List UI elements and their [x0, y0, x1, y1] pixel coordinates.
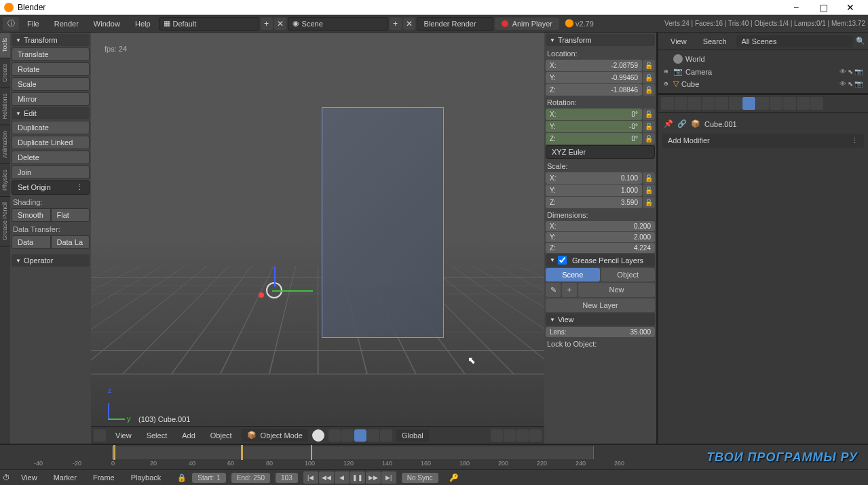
prop-tab-data[interactable] [756, 97, 769, 110]
play-reverse-button[interactable]: ◀ [335, 471, 350, 484]
menu-window[interactable]: Window [87, 17, 127, 31]
tree-item-world[interactable]: World [661, 53, 865, 65]
lens-field[interactable]: Lens:35.000 [546, 327, 655, 337]
prop-tab-constraints[interactable] [729, 97, 742, 110]
tl-menu-view[interactable]: View [16, 472, 43, 483]
pause-button[interactable]: ❚❚ [350, 471, 365, 484]
camera-view-icon[interactable] [529, 429, 542, 442]
jump-end-button[interactable]: ▶| [381, 471, 396, 484]
dim-z-field[interactable]: Z:4.224 [546, 243, 655, 253]
prop-tab-modifiers[interactable] [742, 97, 755, 110]
expand-icon[interactable]: ⊕ [664, 69, 671, 75]
scl-y-lock-icon[interactable]: 🔓 [643, 185, 655, 196]
translate-button[interactable]: Translate [12, 47, 90, 61]
start-frame-field[interactable]: Start:1 [192, 473, 225, 483]
expand-icon[interactable]: ⊕ [664, 81, 671, 87]
rot-x-lock-icon[interactable]: 🔓 [643, 109, 655, 120]
smooth-button[interactable]: Smooth [12, 208, 51, 222]
gp-pencil-icon[interactable]: ✎ [546, 283, 561, 297]
scl-z-field[interactable]: Z:3.590 [546, 197, 642, 208]
operator-panel-header[interactable]: Operator [12, 254, 90, 267]
loc-z-lock-icon[interactable]: 🔓 [643, 84, 655, 96]
vp-menu-add[interactable]: Add [176, 429, 201, 442]
tab-physics[interactable]: Physics [0, 164, 10, 197]
data-button[interactable]: Data [12, 235, 51, 249]
tab-tools[interactable]: Tools [0, 33, 10, 58]
cursor-icon[interactable]: ⬉ [848, 80, 853, 88]
keying-set-icon[interactable]: 🔑 [449, 473, 459, 482]
tl-menu-marker[interactable]: Marker [48, 472, 82, 483]
scl-z-lock-icon[interactable]: 🔓 [643, 197, 655, 208]
scl-x-lock-icon[interactable]: 🔓 [643, 172, 655, 184]
rotation-mode-dropdown[interactable]: XYZ Euler [546, 145, 655, 159]
translate-manipulator-icon[interactable] [354, 429, 366, 442]
edit-panel-header[interactable]: Edit [12, 107, 90, 119]
tab-animation[interactable]: Animation [0, 125, 10, 164]
current-frame-field[interactable]: 103 [276, 473, 298, 483]
prev-keyframe-button[interactable]: ◀◀ [319, 471, 334, 484]
tree-item-camera[interactable]: ⊕ 📷 Camera 👁⬉📷 [661, 66, 865, 77]
render-icon[interactable]: 📷 [854, 80, 863, 88]
object-name[interactable]: Cube.001 [704, 120, 737, 128]
vp-menu-select[interactable]: Select [141, 429, 173, 442]
dim-y-field[interactable]: Y:2.000 [546, 232, 655, 242]
mirror-button[interactable]: Mirror [12, 92, 90, 106]
tree-item-cube[interactable]: ⊕ ▽ Cube 👁⬉📷 [661, 78, 865, 90]
pivot-icon[interactable] [328, 429, 341, 442]
rot-z-field[interactable]: Z:0° [546, 133, 642, 144]
join-button[interactable]: Join [12, 166, 90, 179]
scale-manipulator-icon[interactable] [380, 429, 392, 442]
add-modifier-dropdown[interactable]: Add Modifier⋮ [662, 134, 864, 148]
manipulator-toggle-icon[interactable] [341, 429, 354, 442]
screen-layout-selector[interactable]: ▦ Default [159, 17, 259, 31]
lock-icon[interactable]: 🔒 [177, 473, 187, 482]
prop-tab-physics[interactable] [810, 97, 823, 110]
outliner-search[interactable]: Search [696, 35, 734, 48]
prop-tab-material[interactable] [770, 97, 782, 110]
editor-type-icon[interactable]: ⓘ [3, 17, 19, 31]
tab-create[interactable]: Create [0, 58, 10, 88]
prop-tab-texture[interactable] [783, 97, 796, 110]
minimize-button[interactable]: − [782, 0, 810, 15]
prop-tab-particles[interactable] [797, 97, 810, 110]
tl-menu-frame[interactable]: Frame [88, 472, 120, 483]
close-button[interactable]: ✕ [837, 0, 864, 15]
prop-tab-object[interactable] [715, 97, 728, 110]
duplicate-linked-button[interactable]: Duplicate Linked [12, 136, 90, 149]
dim-x-field[interactable]: X:0.200 [546, 221, 655, 231]
scene-selector[interactable]: ◉ Scene [288, 17, 388, 31]
loc-x-field[interactable]: X:-2.08759 [546, 60, 642, 71]
anim-player-button[interactable]: Anim Player [495, 18, 559, 30]
snap-toggle-icon[interactable] [491, 429, 503, 442]
prop-tab-world[interactable] [702, 97, 715, 110]
outliner-view[interactable]: View [664, 35, 694, 48]
cube-mesh-object[interactable] [322, 107, 444, 338]
rotate-manipulator-icon[interactable] [367, 429, 379, 442]
sync-mode-dropdown[interactable]: No Sync [402, 473, 438, 483]
cursor-icon[interactable]: ⬉ [848, 68, 853, 75]
vp-menu-view[interactable]: View [110, 429, 137, 442]
gp-checkbox[interactable] [558, 256, 567, 265]
add-scene-button[interactable]: + [390, 18, 402, 30]
data-layout-button[interactable]: Data La [51, 235, 90, 249]
rot-y-lock-icon[interactable]: 🔓 [643, 121, 655, 132]
scale-button[interactable]: Scale [12, 77, 90, 91]
gp-object-button[interactable]: Object [601, 268, 656, 282]
gp-new-layer-button[interactable]: New Layer [546, 298, 655, 312]
loc-y-field[interactable]: Y:-0.99460 [546, 72, 642, 83]
tl-menu-playback[interactable]: Playback [126, 472, 167, 483]
rot-z-lock-icon[interactable]: 🔓 [643, 133, 655, 144]
tab-grease-pencil[interactable]: Grease Pencil [0, 197, 10, 247]
n-transform-header[interactable]: Transform [546, 34, 655, 46]
eye-icon[interactable]: 👁 [839, 80, 846, 88]
add-layout-button[interactable]: + [261, 18, 273, 30]
gp-add-icon[interactable]: + [562, 283, 577, 297]
loc-y-lock-icon[interactable]: 🔓 [643, 72, 655, 83]
vp-menu-object[interactable]: Object [205, 429, 238, 442]
gp-new-button[interactable]: New [578, 283, 655, 297]
delete-scene-button[interactable]: ✕ [403, 18, 415, 30]
scl-y-field[interactable]: Y:1.000 [546, 185, 642, 196]
menu-render[interactable]: Render [48, 17, 86, 31]
rot-y-field[interactable]: Y:-0° [546, 121, 642, 132]
editor-type-3dview-icon[interactable] [94, 429, 106, 442]
